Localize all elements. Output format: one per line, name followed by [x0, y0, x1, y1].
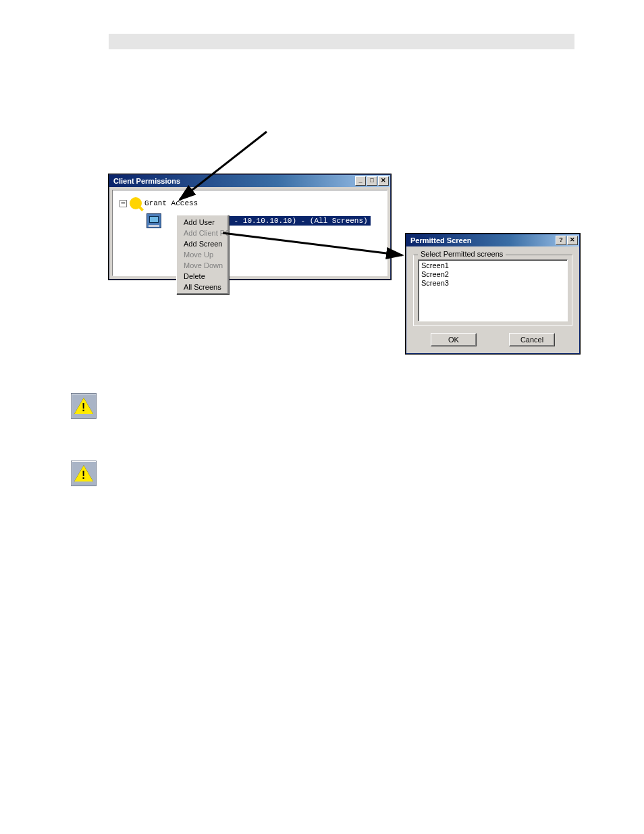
window-control-buttons: _ □ ✕: [355, 176, 389, 186]
tree-expander[interactable]: −: [119, 200, 127, 207]
context-menu[interactable]: Add User Add Client PC Add Screen Move U…: [176, 215, 229, 294]
permitted-screens-listbox[interactable]: Screen1 Screen2 Screen3: [418, 259, 568, 321]
minimize-button[interactable]: _: [355, 176, 366, 186]
tree-root-row[interactable]: − Grant Access: [119, 197, 383, 209]
help-button[interactable]: ?: [556, 236, 566, 245]
client-permissions-titlebar[interactable]: Client Permissions _ □ ✕: [109, 175, 390, 187]
dialog-button-row: OK Cancel: [413, 333, 572, 346]
warning-icon: [71, 393, 97, 419]
permitted-screen-dialog: Permitted Screen ? ✕ Select Permitted sc…: [406, 234, 580, 354]
page-header-bar: [109, 34, 574, 49]
warning-triangle-icon: [74, 465, 93, 481]
permitted-screen-titlebar[interactable]: Permitted Screen ? ✕: [406, 234, 579, 246]
list-item[interactable]: Screen1: [421, 261, 564, 270]
close-button[interactable]: ✕: [378, 176, 389, 186]
ctx-add-client-pc: Add Client PC: [178, 228, 227, 238]
permitted-screen-body: Select Permitted screens Screen1 Screen2…: [406, 246, 579, 353]
arrow-1: [0, 0, 644, 834]
list-item[interactable]: Screen3: [421, 279, 564, 288]
tree-selected-node[interactable]: .10.1 - 10.10.10.10) - (All Screens): [205, 216, 371, 226]
ctx-add-user[interactable]: Add User: [178, 217, 227, 228]
ctx-move-up: Move Up: [178, 249, 227, 260]
ps-window-buttons: ? ✕: [556, 236, 578, 245]
list-item[interactable]: Screen2: [421, 270, 564, 279]
warning-triangle-icon: [74, 398, 93, 414]
warning-icon: [71, 461, 97, 486]
cancel-button[interactable]: Cancel: [509, 333, 555, 346]
ok-button[interactable]: OK: [431, 333, 477, 346]
pc-icon: [146, 213, 161, 228]
ctx-add-screen[interactable]: Add Screen: [178, 238, 227, 249]
client-permissions-window: Client Permissions _ □ ✕ − Grant Access …: [109, 174, 391, 280]
ctx-all-screens[interactable]: All Screens: [178, 282, 227, 292]
client-permissions-title: Client Permissions: [113, 177, 180, 185]
tree-root-label: Grant Access: [144, 199, 198, 207]
permitted-screen-title: Permitted Screen: [410, 236, 471, 244]
ctx-move-down: Move Down: [178, 260, 227, 271]
ctx-delete[interactable]: Delete: [178, 271, 227, 282]
close-button[interactable]: ✕: [567, 236, 578, 245]
group-legend: Select Permitted screens: [418, 250, 506, 258]
permitted-screens-group: Select Permitted screens Screen1 Screen2…: [413, 255, 572, 326]
key-icon: [127, 194, 144, 211]
client-permissions-treeview[interactable]: − Grant Access .10.1 - 10.10.10.10) - (A…: [112, 190, 387, 276]
maximize-button[interactable]: □: [367, 176, 377, 186]
